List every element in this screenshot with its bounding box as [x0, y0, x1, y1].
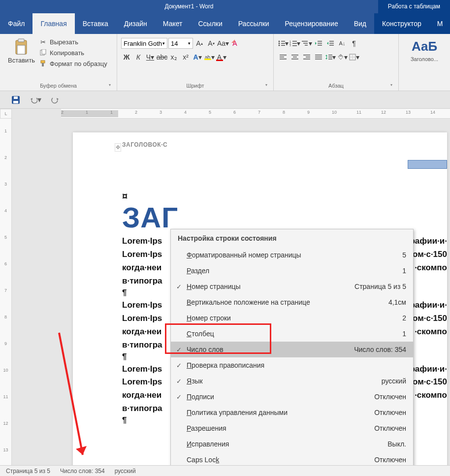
ribbon-tabs: Файл Главная Вставка Дизайн Макет Ссылки… — [0, 13, 450, 34]
context-item-12[interactable]: ИсправленияВыкл. — [171, 436, 413, 452]
subscript-button[interactable]: x₂ — [168, 52, 179, 63]
tab-design[interactable]: Дизайн — [116, 13, 155, 34]
ribbon: Вставить ✂Вырезать Копировать Формат по … — [0, 34, 450, 91]
grow-font-button[interactable]: A▴ — [194, 38, 205, 49]
align-right-button[interactable] — [301, 52, 312, 63]
svg-rect-4 — [42, 49, 46, 54]
context-item-label: Язык — [187, 377, 382, 385]
underline-button[interactable]: Ч▾ — [145, 52, 156, 63]
font-size-select[interactable]: 14▾ — [168, 38, 193, 49]
context-item-value: 1 — [402, 267, 406, 275]
context-item-value: 4,1см — [388, 298, 406, 306]
context-item-3[interactable]: Вертикальное положение на странице4,1см — [171, 294, 413, 310]
tab-view[interactable]: Вид — [346, 13, 374, 34]
context-item-2[interactable]: ✓Номер страницыСтраница 5 из 5 — [171, 279, 413, 294]
svg-rect-43 — [328, 59, 332, 60]
svg-text:3: 3 — [289, 44, 291, 47]
context-item-9[interactable]: ✓ПодписиОтключен — [171, 389, 413, 405]
tab-mailings[interactable]: Рассылки — [230, 13, 277, 34]
italic-button[interactable]: К — [133, 52, 144, 63]
context-item-7[interactable]: ✓Проверка правописания — [171, 357, 413, 373]
context-item-1[interactable]: Раздел1 — [171, 263, 413, 279]
svg-rect-16 — [292, 43, 297, 44]
bold-button[interactable]: Ж — [121, 52, 132, 63]
format-painter-button[interactable]: Формат по образцу — [39, 60, 107, 67]
tab-file[interactable]: Файл — [0, 13, 32, 34]
tab-references[interactable]: Ссылки — [190, 13, 230, 34]
svg-line-50 — [59, 333, 83, 455]
svg-rect-8 — [281, 41, 285, 42]
context-menu-title: Настройка строки состояния — [171, 229, 413, 247]
context-item-0[interactable]: Форматированный номер страницы5 — [171, 247, 413, 263]
context-item-11[interactable]: РазрешенияОтключен — [171, 420, 413, 436]
tab-insert[interactable]: Вставка — [75, 13, 116, 34]
highlight-button[interactable]: ab▾ — [204, 52, 215, 63]
status-lang[interactable]: русский — [115, 468, 136, 475]
svg-rect-23 — [318, 43, 322, 44]
tab-constructor[interactable]: Конструктор — [374, 13, 429, 34]
svg-rect-24 — [318, 45, 322, 46]
tab-review[interactable]: Рецензирование — [277, 13, 346, 34]
svg-rect-33 — [291, 59, 298, 60]
svg-rect-35 — [306, 57, 310, 58]
line-spacing-button[interactable]: ▾ — [325, 52, 336, 63]
horizontal-ruler[interactable]: 211234567891011121314 — [61, 109, 450, 119]
vertical-ruler[interactable]: 12345678910111213 — [0, 119, 12, 475]
superscript-button[interactable]: x² — [180, 52, 191, 63]
svg-rect-34 — [303, 55, 310, 56]
copy-button[interactable]: Копировать — [39, 49, 107, 57]
sort-button[interactable]: A↓ — [337, 38, 348, 49]
table-anchor-icon[interactable]: ✥ — [115, 143, 121, 152]
borders-button[interactable]: ▾ — [349, 52, 359, 63]
svg-point-7 — [279, 41, 280, 42]
numbering-button[interactable]: 123▾ — [289, 38, 300, 49]
strike-button[interactable]: abc — [157, 52, 167, 63]
context-item-label: Исправления — [187, 440, 387, 448]
ruler-corner[interactable]: L — [0, 109, 12, 119]
context-item-5[interactable]: Столбец1 — [171, 326, 413, 342]
context-item-6[interactable]: ✓Число словЧисло слов: 354 — [171, 342, 413, 357]
inc-indent-button[interactable] — [325, 38, 336, 49]
context-item-label: Подписи — [187, 393, 374, 401]
tab-home[interactable]: Главная — [32, 13, 74, 34]
context-item-value: Отключен — [374, 424, 406, 432]
pilcrow-button[interactable]: ¶ — [349, 38, 359, 49]
context-item-4[interactable]: Номер строки2 — [171, 310, 413, 326]
undo-button[interactable]: ▾ — [30, 94, 41, 106]
context-item-label: Столбец — [187, 330, 402, 338]
svg-rect-2 — [17, 45, 25, 54]
tab-more[interactable]: М — [429, 13, 450, 34]
svg-rect-1 — [18, 39, 24, 42]
align-left-button[interactable] — [278, 52, 289, 63]
redo-button[interactable] — [49, 94, 61, 106]
shading-button[interactable]: ▾ — [337, 52, 348, 63]
svg-rect-22 — [318, 41, 322, 42]
change-case-button[interactable]: Aa▾ — [218, 38, 228, 49]
svg-rect-36 — [303, 59, 310, 60]
clear-format-button[interactable]: A◢ — [229, 38, 240, 49]
font-name-select[interactable]: Franklin Goth▾ — [121, 38, 167, 49]
text-effects-button[interactable]: A▾ — [192, 52, 203, 63]
currency-mark: ¤ — [122, 190, 447, 202]
context-item-label: Вертикальное положение на странице — [187, 298, 388, 306]
svg-rect-39 — [315, 59, 322, 60]
scissors-icon: ✂ — [39, 38, 47, 46]
context-item-label: Политика управления данными — [187, 409, 374, 416]
style-preview-item[interactable]: АаБ Заголово... — [403, 36, 446, 91]
context-item-10[interactable]: Политика управления даннымиОтключен — [171, 405, 413, 420]
align-center-button[interactable] — [289, 52, 300, 63]
svg-rect-41 — [328, 55, 332, 56]
justify-button[interactable] — [313, 52, 324, 63]
save-button[interactable] — [10, 94, 22, 106]
cut-button[interactable]: ✂Вырезать — [39, 38, 107, 46]
context-item-value: 2 — [402, 314, 406, 322]
dec-indent-button[interactable] — [313, 38, 324, 49]
shrink-font-button[interactable]: A▾ — [206, 38, 217, 49]
paste-button[interactable]: Вставить — [4, 36, 39, 82]
tab-layout[interactable]: Макет — [155, 13, 191, 34]
bullets-button[interactable]: ▾ — [278, 38, 289, 49]
multilevel-button[interactable]: ▾ — [301, 38, 312, 49]
svg-point-11 — [279, 45, 280, 46]
font-color-button[interactable]: A▾ — [216, 52, 226, 63]
context-item-8[interactable]: ✓Языкрусский — [171, 373, 413, 389]
